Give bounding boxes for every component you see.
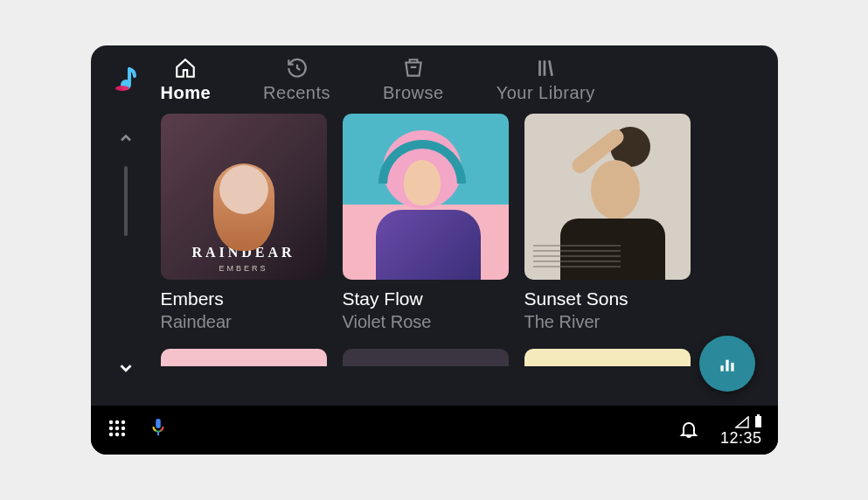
svg-rect-8 [731, 363, 733, 372]
svg-point-12 [108, 427, 112, 430]
microphone-icon [149, 417, 168, 440]
tab-browse[interactable]: Browse [383, 57, 444, 103]
scroll-down-button[interactable] [109, 351, 142, 388]
bell-icon [678, 418, 699, 439]
svg-point-10 [115, 420, 118, 424]
tab-library[interactable]: Your Library [496, 57, 595, 103]
svg-point-13 [115, 427, 118, 430]
tab-recents[interactable]: Recents [263, 57, 330, 103]
album-card[interactable] [343, 349, 509, 366]
svg-point-9 [108, 420, 112, 424]
svg-point-16 [115, 433, 118, 436]
tab-label: Browse [383, 83, 444, 103]
svg-rect-6 [720, 365, 723, 372]
system-bar: 12:35 [91, 406, 778, 455]
album-title: Sunset Sons [524, 287, 691, 310]
svg-rect-21 [757, 414, 760, 416]
status-area: 12:35 [720, 414, 762, 446]
tab-home[interactable]: Home [161, 57, 212, 103]
library-icon [534, 57, 557, 80]
svg-rect-18 [156, 419, 161, 428]
svg-rect-7 [726, 360, 728, 372]
album-title: Stay Flow [343, 287, 509, 310]
scroll-up-button[interactable] [110, 122, 142, 157]
voice-assistant-button[interactable] [149, 417, 168, 443]
album-grid: RAINDEAR EMBERS Embers Raindear Stay Flo… [161, 114, 778, 406]
clock: 12:35 [720, 430, 762, 446]
music-note-icon [112, 66, 140, 94]
svg-point-11 [121, 420, 124, 424]
album-artwork [524, 114, 691, 280]
svg-point-1 [115, 86, 129, 91]
top-bar: Home Recents Browse Your Library [91, 45, 778, 114]
app-launcher-button[interactable] [107, 418, 128, 442]
album-card[interactable] [161, 349, 327, 366]
album-artist: Violet Rose [343, 310, 509, 333]
browse-icon [402, 57, 425, 80]
album-card[interactable]: RAINDEAR EMBERS Embers Raindear [161, 114, 327, 333]
album-artwork: RAINDEAR EMBERS [161, 114, 327, 280]
battery-icon [754, 414, 762, 428]
album-card[interactable]: Sunset Sons The River [524, 114, 691, 333]
scroll-column [91, 114, 161, 406]
now-playing-fab[interactable] [699, 336, 755, 392]
signal-icon [735, 416, 749, 428]
tab-label: Home [161, 83, 212, 103]
tab-bar: Home Recents Browse Your Library [161, 57, 778, 103]
album-card[interactable]: Stay Flow Violet Rose [343, 114, 509, 333]
svg-point-14 [121, 427, 124, 430]
tab-label: Your Library [496, 83, 595, 103]
music-app-window: Home Recents Browse Your Library [91, 45, 778, 455]
album-artist: Raindear [161, 310, 327, 333]
app-logo [91, 66, 161, 94]
album-card[interactable] [524, 349, 691, 366]
album-title: Embers [161, 287, 327, 310]
album-artwork [343, 114, 509, 280]
home-icon [174, 57, 197, 80]
scroll-indicator [124, 166, 128, 236]
equalizer-icon [716, 352, 739, 375]
album-artist: The River [524, 310, 691, 333]
artwork-subtitle-text: EMBERS [161, 264, 327, 273]
svg-rect-20 [755, 416, 761, 427]
artwork-title-text: RAINDEAR [161, 245, 327, 260]
tab-label: Recents [263, 83, 330, 103]
svg-line-5 [550, 60, 552, 75]
recents-icon [286, 57, 309, 80]
apps-grid-icon [107, 418, 128, 439]
svg-point-15 [108, 433, 112, 436]
main-content: RAINDEAR EMBERS Embers Raindear Stay Flo… [91, 114, 778, 406]
svg-point-17 [121, 433, 124, 436]
notifications-button[interactable] [678, 418, 699, 442]
